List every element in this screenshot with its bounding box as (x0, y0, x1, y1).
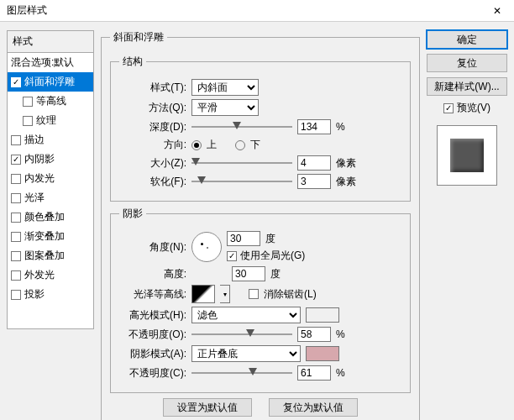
angle-input[interactable] (227, 231, 260, 246)
depth-slider[interactable] (191, 121, 292, 133)
style-item-checkbox[interactable]: ✓ (11, 155, 21, 165)
size-slider[interactable] (191, 157, 292, 169)
style-item-checkbox[interactable] (11, 270, 21, 281)
make-default-button[interactable]: 设置为默认值 (163, 398, 252, 417)
style-item-0[interactable]: 混合选项:默认 (8, 53, 93, 72)
style-item-label: 斜面和浮雕 (24, 75, 75, 89)
style-item-11[interactable]: 外发光 (8, 265, 93, 285)
style-item-10[interactable]: 图案叠加 (8, 246, 93, 265)
style-select[interactable]: 内斜面 (191, 79, 259, 96)
technique-select[interactable]: 平滑 (191, 99, 259, 116)
size-input[interactable] (297, 155, 331, 171)
style-item-checkbox[interactable] (11, 251, 21, 261)
antialias-label: 消除锯齿(L) (264, 287, 317, 302)
soften-label: 软化(F): (119, 175, 186, 189)
style-item-1[interactable]: ✓斜面和浮雕 (8, 72, 93, 92)
altitude-label: 高度: (119, 267, 186, 281)
soften-input[interactable] (297, 174, 331, 189)
highlight-mode-select[interactable]: 滤色 (191, 307, 301, 323)
shadow-opacity-unit: % (336, 367, 345, 379)
style-item-checkbox[interactable] (11, 232, 21, 242)
style-item-checkbox[interactable]: ✓ (11, 77, 21, 87)
shadow-color-swatch[interactable] (306, 346, 339, 361)
style-item-checkbox[interactable] (23, 97, 33, 107)
direction-up-radio[interactable] (191, 140, 202, 150)
style-item-label: 光泽 (24, 191, 45, 205)
size-label: 大小(Z): (119, 156, 186, 171)
ok-button[interactable]: 确定 (427, 30, 507, 49)
shading-group: 阴影 角度(N): 度 ✓ 使用全局光(G) (110, 207, 411, 393)
style-item-label: 描边 (24, 133, 45, 147)
style-label: 样式(T): (119, 81, 186, 95)
style-item-7[interactable]: 光泽 (8, 188, 93, 207)
gloss-contour-dropdown[interactable]: ▾ (220, 285, 230, 303)
style-item-label: 颜色叠加 (24, 210, 65, 224)
highlight-opacity-slider[interactable] (191, 328, 292, 340)
altitude-unit: 度 (270, 267, 281, 281)
shading-legend: 阴影 (119, 207, 146, 221)
preview-swatch (450, 139, 484, 172)
direction-down-label: 下 (250, 138, 260, 152)
soften-unit: 像素 (336, 175, 356, 189)
structure-group: 结构 样式(T): 内斜面 方法(Q): 平滑 深度(D): % 方向: (110, 55, 411, 202)
style-item-checkbox[interactable] (11, 290, 21, 300)
style-item-checkbox[interactable] (11, 213, 21, 223)
style-item-6[interactable]: 内发光 (8, 169, 93, 188)
shadow-opacity-slider[interactable] (191, 367, 292, 379)
global-light-label: 使用全局光(G) (240, 249, 305, 263)
cancel-button[interactable]: 复位 (427, 54, 507, 72)
style-item-3[interactable]: 纹理 (8, 111, 93, 130)
highlight-opacity-label: 不透明度(O): (119, 328, 186, 342)
angle-unit: 度 (265, 232, 275, 246)
style-item-4[interactable]: 描边 (8, 130, 93, 150)
style-item-label: 内阴影 (24, 152, 55, 166)
antialias-checkbox[interactable] (249, 289, 259, 299)
angle-dial[interactable] (191, 232, 222, 262)
style-item-checkbox[interactable] (11, 193, 21, 203)
styles-list[interactable]: 混合选项:默认✓斜面和浮雕等高线纹理描边✓内阴影内发光光泽颜色叠加渐变叠加图案叠… (7, 52, 94, 329)
style-item-checkbox[interactable] (23, 116, 33, 126)
shadow-opacity-input[interactable] (297, 365, 331, 381)
close-button[interactable]: ✕ (480, 0, 514, 22)
preview-box (437, 125, 497, 186)
structure-legend: 结构 (119, 55, 146, 69)
depth-unit: % (336, 121, 345, 133)
soften-slider[interactable] (191, 176, 292, 187)
direction-up-label: 上 (207, 138, 217, 152)
altitude-input[interactable] (232, 266, 265, 281)
style-item-label: 外发光 (24, 268, 55, 282)
direction-down-radio[interactable] (235, 140, 245, 150)
highlight-opacity-input[interactable] (297, 327, 331, 342)
preview-label: 预览(V) (457, 101, 490, 115)
window-title: 图层样式 (7, 3, 47, 18)
panel-title: 斜面和浮雕 (110, 30, 167, 45)
style-item-checkbox[interactable] (11, 135, 21, 145)
style-item-label: 纹理 (36, 113, 56, 128)
global-light-checkbox[interactable]: ✓ (227, 251, 237, 261)
style-item-12[interactable]: 投影 (8, 285, 93, 304)
shadow-mode-label: 阴影模式(A): (119, 347, 186, 361)
new-style-button[interactable]: 新建样式(W)... (427, 77, 507, 96)
style-item-9[interactable]: 渐变叠加 (8, 227, 93, 246)
style-item-8[interactable]: 颜色叠加 (8, 207, 93, 227)
direction-label: 方向: (119, 138, 186, 152)
style-item-label: 内发光 (24, 171, 55, 186)
highlight-color-swatch[interactable] (306, 307, 339, 323)
gloss-contour-picker[interactable] (191, 285, 215, 303)
depth-input[interactable] (297, 119, 331, 134)
style-item-label: 图案叠加 (24, 249, 65, 263)
angle-label: 角度(N): (119, 240, 186, 255)
size-unit: 像素 (336, 156, 356, 171)
style-item-label: 投影 (24, 287, 45, 302)
highlight-opacity-unit: % (336, 328, 345, 340)
preview-checkbox[interactable]: ✓ (443, 103, 454, 113)
close-icon: ✕ (493, 5, 501, 17)
style-item-checkbox[interactable] (11, 174, 21, 184)
bevel-panel: 斜面和浮雕 结构 样式(T): 内斜面 方法(Q): 平滑 深度(D): % (101, 30, 420, 420)
style-item-2[interactable]: 等高线 (8, 92, 93, 111)
style-item-5[interactable]: ✓内阴影 (8, 150, 93, 169)
shadow-mode-select[interactable]: 正片叠底 (191, 345, 301, 362)
reset-default-button[interactable]: 复位为默认值 (269, 398, 358, 417)
technique-label: 方法(Q): (119, 101, 186, 115)
style-item-label: 混合选项:默认 (11, 55, 74, 70)
